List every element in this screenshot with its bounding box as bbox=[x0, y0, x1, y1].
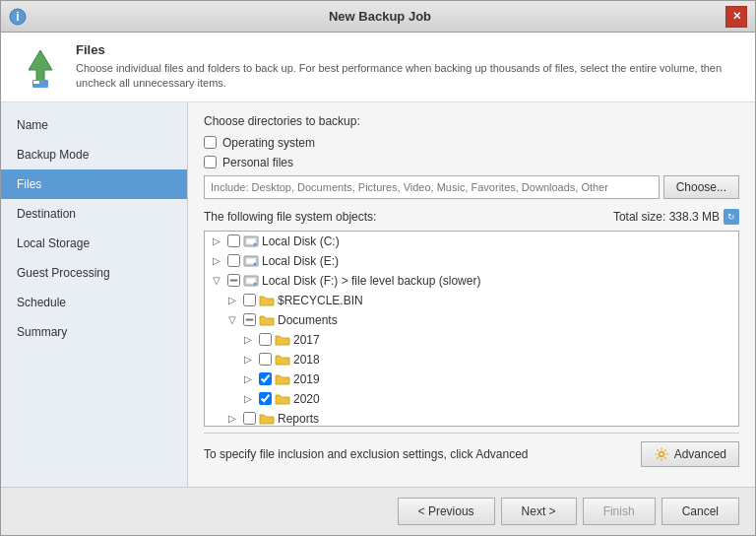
expander-icon[interactable]: ▷ bbox=[240, 391, 256, 407]
close-button[interactable]: ✕ bbox=[725, 6, 747, 28]
tree-checkbox[interactable] bbox=[243, 313, 256, 326]
tree-checkbox[interactable] bbox=[243, 412, 256, 425]
expander-icon[interactable]: ▷ bbox=[240, 352, 256, 368]
include-input[interactable] bbox=[204, 175, 660, 199]
folder-icon bbox=[275, 392, 290, 406]
tree-row[interactable]: ▷ 2020 bbox=[205, 389, 738, 409]
tree-label: Local Disk (E:) bbox=[262, 254, 339, 268]
tree-label: 2017 bbox=[293, 333, 320, 347]
svg-point-13 bbox=[254, 282, 257, 285]
svg-rect-4 bbox=[33, 81, 39, 84]
sidebar-item-files[interactable]: Files bbox=[1, 169, 187, 199]
file-system-label: The following file system objects: bbox=[204, 210, 376, 224]
sidebar-item-destination[interactable]: Destination bbox=[1, 199, 187, 229]
expander-icon[interactable]: ▽ bbox=[224, 312, 240, 328]
expander-icon[interactable]: ▷ bbox=[240, 332, 256, 348]
header-title: Files bbox=[76, 42, 739, 57]
tree-checkbox[interactable] bbox=[227, 274, 240, 287]
tree-checkbox[interactable] bbox=[259, 333, 272, 346]
folder-icon bbox=[259, 313, 275, 327]
expander-icon[interactable]: ▷ bbox=[240, 371, 256, 387]
content-area: Choose directories to backup: Operating … bbox=[188, 102, 755, 487]
tree-checkbox[interactable] bbox=[259, 392, 272, 405]
finish-button[interactable]: Finish bbox=[583, 498, 656, 525]
tree-checkbox[interactable] bbox=[259, 353, 272, 366]
expander-icon[interactable]: ▷ bbox=[224, 293, 240, 308]
drive-icon bbox=[243, 234, 259, 248]
sidebar-item-local-storage[interactable]: Local Storage bbox=[1, 229, 187, 258]
tree-label: Documents bbox=[278, 313, 338, 327]
sidebar-item-name[interactable]: Name bbox=[1, 110, 187, 140]
tree-checkbox[interactable] bbox=[259, 372, 272, 385]
personal-checkbox-row: Personal files bbox=[204, 156, 739, 169]
advanced-row: To specify file inclusion and exclusion … bbox=[204, 433, 739, 475]
tree-row[interactable]: ▷ 2019 bbox=[205, 369, 738, 389]
svg-point-7 bbox=[254, 242, 257, 245]
tree-label: Local Disk (F:) > file level backup (slo… bbox=[262, 274, 480, 288]
sidebar-item-backup-mode[interactable]: Backup Mode bbox=[1, 140, 187, 169]
sidebar-item-guest-processing[interactable]: Guest Processing bbox=[1, 258, 187, 288]
os-checkbox-row: Operating system bbox=[204, 136, 739, 150]
expander-icon[interactable]: ▷ bbox=[224, 411, 240, 427]
files-icon bbox=[17, 42, 64, 90]
svg-point-10 bbox=[254, 262, 257, 265]
choose-button[interactable]: Choose... bbox=[663, 175, 739, 199]
folder-icon bbox=[275, 333, 290, 347]
refresh-icon[interactable]: ↻ bbox=[724, 209, 739, 225]
sidebar-item-summary[interactable]: Summary bbox=[1, 317, 187, 347]
tree-row[interactable]: ▷ Reports bbox=[205, 409, 738, 427]
total-size-label: Total size: 338.3 MB bbox=[613, 210, 720, 224]
tree-checkbox[interactable] bbox=[227, 254, 240, 267]
sidebar: Name Backup Mode Files Destination Local… bbox=[1, 102, 188, 487]
total-size: Total size: 338.3 MB ↻ bbox=[613, 209, 739, 225]
tree-row[interactable]: ▷ 2017 bbox=[205, 330, 738, 350]
sidebar-item-schedule[interactable]: Schedule bbox=[1, 288, 187, 317]
section-title: Choose directories to backup: bbox=[204, 114, 739, 128]
folder-icon bbox=[259, 412, 275, 426]
tree-checkbox[interactable] bbox=[243, 294, 256, 306]
footer: < Previous Next > Finish Cancel bbox=[1, 487, 755, 535]
tree-row[interactable]: ▷ $RECYCLE.BIN bbox=[205, 291, 738, 310]
advanced-button[interactable]: Advanced bbox=[641, 441, 739, 467]
tree-row[interactable]: ▷ Local Disk (E:) bbox=[205, 251, 738, 271]
next-button[interactable]: Next > bbox=[501, 498, 577, 525]
file-system-header: The following file system objects: Total… bbox=[204, 209, 739, 225]
tree-row[interactable]: ▽ Documents bbox=[205, 310, 738, 330]
cancel-button[interactable]: Cancel bbox=[662, 498, 739, 525]
tree-label: $RECYCLE.BIN bbox=[278, 294, 363, 307]
tree-label: 2019 bbox=[293, 372, 320, 386]
advanced-text: To specify file inclusion and exclusion … bbox=[204, 447, 529, 461]
tree-label: Reports bbox=[278, 412, 319, 426]
drive-icon bbox=[243, 254, 259, 268]
svg-point-14 bbox=[659, 452, 663, 457]
titlebar: i New Backup Job ✕ bbox=[1, 1, 755, 33]
tree-label: 2020 bbox=[293, 392, 320, 406]
expander-icon[interactable]: ▷ bbox=[209, 234, 224, 249]
personal-label: Personal files bbox=[222, 156, 293, 169]
expander-icon[interactable]: ▷ bbox=[209, 253, 224, 269]
previous-button[interactable]: < Previous bbox=[398, 498, 495, 525]
file-tree[interactable]: ▷ Local Disk (C:) ▷ Local Disk (E:) bbox=[204, 231, 739, 427]
tree-row[interactable]: ▷ Local Disk (C:) bbox=[205, 232, 738, 251]
os-checkbox[interactable] bbox=[204, 136, 217, 149]
gear-icon bbox=[654, 446, 669, 462]
advanced-label: Advanced bbox=[674, 447, 726, 461]
tree-row[interactable]: ▽ Local Disk (F:) > file level backup (s… bbox=[205, 271, 738, 291]
window-title: New Backup Job bbox=[34, 9, 725, 24]
drive-icon bbox=[243, 274, 259, 288]
header-text: Files Choose individual files and folder… bbox=[76, 42, 739, 92]
header-section: Files Choose individual files and folder… bbox=[1, 33, 755, 102]
app-icon: i bbox=[9, 8, 27, 26]
tree-label: 2018 bbox=[293, 353, 320, 367]
include-row: Choose... bbox=[204, 175, 739, 199]
tree-checkbox[interactable] bbox=[227, 234, 240, 247]
folder-icon bbox=[259, 294, 275, 307]
folder-icon bbox=[275, 353, 290, 367]
personal-checkbox[interactable] bbox=[204, 156, 217, 168]
svg-marker-2 bbox=[29, 50, 52, 84]
tree-row[interactable]: ▷ 2018 bbox=[205, 350, 738, 369]
svg-text:i: i bbox=[16, 10, 19, 24]
folder-icon bbox=[275, 372, 290, 386]
expander-icon[interactable]: ▽ bbox=[209, 273, 224, 289]
window: i New Backup Job ✕ Files Choose individu… bbox=[0, 0, 756, 536]
